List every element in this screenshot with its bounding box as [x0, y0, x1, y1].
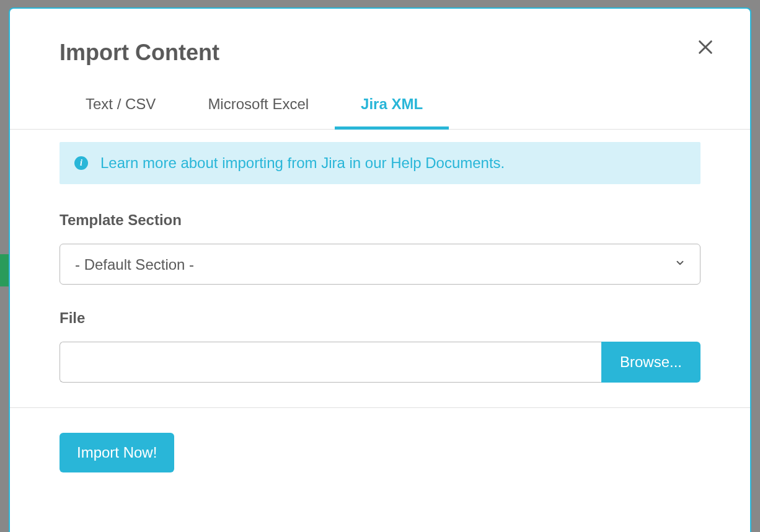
info-banner: i Learn more about importing from Jira i… [60, 142, 700, 184]
modal-body: i Learn more about importing from Jira i… [10, 130, 750, 383]
modal-footer: Import Now! [10, 407, 750, 497]
background-accent-stripe [0, 254, 9, 286]
modal-header: Import Content [10, 9, 750, 66]
tab-microsoft-excel[interactable]: Microsoft Excel [182, 95, 335, 130]
close-button[interactable] [693, 35, 718, 60]
tab-jira-xml[interactable]: Jira XML [335, 95, 449, 130]
close-icon [697, 38, 714, 56]
import-content-modal: Import Content Text / CSV Microsoft Exce… [9, 7, 751, 532]
file-group: File Browse... [60, 309, 700, 383]
template-section-label: Template Section [60, 211, 700, 229]
browse-button[interactable]: Browse... [601, 342, 700, 383]
info-icon: i [74, 156, 88, 170]
file-label: File [60, 309, 700, 327]
help-documents-link[interactable]: Learn more about importing from Jira in … [100, 154, 505, 172]
template-section-select[interactable]: - Default Section - [60, 244, 700, 285]
tabs-row: Text / CSV Microsoft Excel Jira XML [10, 66, 750, 130]
file-path-input[interactable] [60, 342, 601, 383]
tab-text-csv[interactable]: Text / CSV [60, 95, 182, 130]
file-input-row: Browse... [60, 342, 700, 383]
template-section-select-wrap: - Default Section - [60, 244, 700, 285]
modal-title: Import Content [60, 40, 700, 66]
template-section-group: Template Section - Default Section - [60, 211, 700, 285]
import-now-button[interactable]: Import Now! [60, 433, 174, 472]
